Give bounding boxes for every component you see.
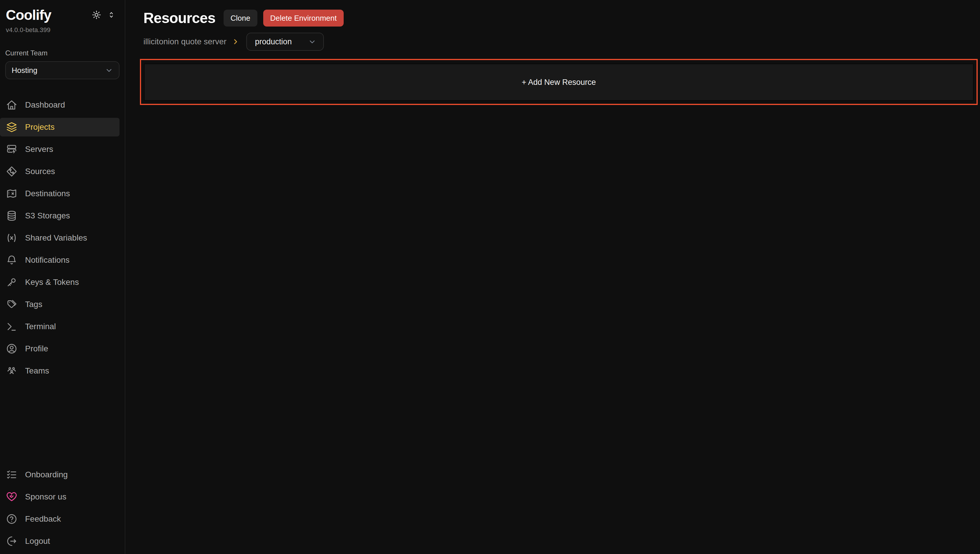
sidebar-item-label: Projects: [25, 123, 54, 132]
sidebar-item-keys-tokens[interactable]: Keys & Tokens: [0, 273, 119, 291]
environment-select-value: production: [255, 37, 292, 46]
theme-toggle-button[interactable]: [92, 10, 102, 20]
page-header: Resources Clone Delete Environment: [140, 8, 978, 28]
variable-icon: [6, 232, 18, 244]
tag-icon: [6, 299, 18, 310]
sidebar-item-teams[interactable]: Teams: [0, 361, 119, 380]
sidebar-item-label: Profile: [25, 344, 48, 353]
sidebar-item-sponsor-us[interactable]: Sponsor us: [0, 487, 119, 506]
coolify-app: Coolify v4.0.0-beta.399 Current Team Hos…: [0, 0, 980, 554]
chevron-right-icon: [232, 38, 239, 46]
sidebar-item-label: Feedback: [25, 514, 61, 524]
sidebar-item-shared-variables[interactable]: Shared Variables: [0, 229, 119, 247]
brand-row: Coolify: [0, 7, 125, 23]
map-icon: [6, 188, 18, 199]
sidebar-item-label: Logout: [25, 536, 50, 546]
database-icon: [6, 210, 18, 221]
sidebar-item-label: Destinations: [25, 189, 70, 198]
help-circle-icon: [6, 513, 18, 525]
sidebar-item-label: Dashboard: [25, 100, 65, 110]
sidebar-item-projects[interactable]: Projects: [0, 118, 119, 137]
sidebar-item-label: Sponsor us: [25, 492, 67, 501]
sidebar-item-profile[interactable]: Profile: [0, 339, 119, 358]
sidebar-item-label: Keys & Tokens: [25, 278, 79, 287]
sidebar-item-feedback[interactable]: Feedback: [0, 510, 119, 529]
sidebar-item-dashboard[interactable]: Dashboard: [0, 96, 119, 114]
sidebar-item-onboarding[interactable]: Onboarding: [0, 465, 119, 484]
sidebar-item-label: S3 Storages: [25, 211, 70, 220]
layers-icon: [6, 121, 18, 133]
bell-icon: [6, 254, 18, 266]
app-version: v4.0.0-beta.399: [6, 26, 125, 34]
sidebar-footer-nav: Onboarding Sponsor us: [0, 463, 125, 554]
sidebar-item-label: Teams: [25, 366, 49, 376]
sidebar-item-terminal[interactable]: Terminal: [0, 317, 119, 336]
home-icon: [6, 99, 18, 111]
sidebar-item-s3-storages[interactable]: S3 Storages: [0, 207, 119, 225]
heart-handshake-icon: [6, 491, 18, 503]
brand-icons: [92, 10, 115, 20]
breadcrumb: illicitonion quote server production: [143, 33, 978, 51]
add-new-resource-button[interactable]: + Add New Resource: [144, 64, 974, 101]
sidebar-item-servers[interactable]: Servers: [0, 140, 119, 159]
list-checks-icon: [6, 469, 18, 481]
user-circle-icon: [6, 343, 18, 355]
sidebar-collapse-button[interactable]: [107, 11, 115, 19]
clone-button[interactable]: Clone: [224, 10, 258, 27]
git-icon: [6, 166, 18, 177]
key-icon: [6, 276, 18, 288]
delete-environment-button[interactable]: Delete Environment: [263, 10, 344, 27]
highlight-ring: + Add New Resource: [140, 59, 978, 105]
app-logo: Coolify: [6, 7, 51, 23]
sun-icon: [92, 10, 102, 20]
sidebar-item-label: Terminal: [25, 322, 56, 331]
chevron-down-icon: [308, 38, 316, 46]
sidebar-item-label: Onboarding: [25, 470, 68, 479]
sidebar-item-notifications[interactable]: Notifications: [0, 251, 119, 269]
chevrons-up-down-icon: [107, 11, 115, 19]
logout-icon: [6, 535, 18, 547]
sidebar-item-label: Servers: [25, 145, 53, 154]
sidebar-item-sources[interactable]: Sources: [0, 162, 119, 181]
team-select-value: Hosting: [12, 66, 37, 75]
breadcrumb-project-link[interactable]: illicitonion quote server: [143, 37, 226, 46]
sidebar-item-label: Notifications: [25, 255, 70, 265]
sidebar-item-tags[interactable]: Tags: [0, 295, 119, 314]
team-select[interactable]: Hosting: [5, 61, 119, 79]
chevron-down-icon: [105, 66, 113, 74]
environment-select[interactable]: production: [246, 33, 324, 51]
main-content: Resources Clone Delete Environment illic…: [125, 0, 980, 554]
sidebar: Coolify v4.0.0-beta.399 Current Team Hos…: [0, 0, 125, 554]
terminal-icon: [6, 321, 18, 333]
sidebar-item-destinations[interactable]: Destinations: [0, 184, 119, 203]
sidebar-item-label: Shared Variables: [25, 233, 87, 243]
current-team-label: Current Team: [5, 49, 125, 57]
sidebar-item-label: Sources: [25, 167, 55, 176]
server-icon: [6, 143, 18, 155]
sidebar-item-label: Tags: [25, 300, 42, 309]
sidebar-nav: Dashboard Projects: [0, 94, 125, 382]
users-icon: [6, 365, 18, 377]
page-title: Resources: [143, 8, 215, 28]
sidebar-item-logout[interactable]: Logout: [0, 532, 119, 551]
